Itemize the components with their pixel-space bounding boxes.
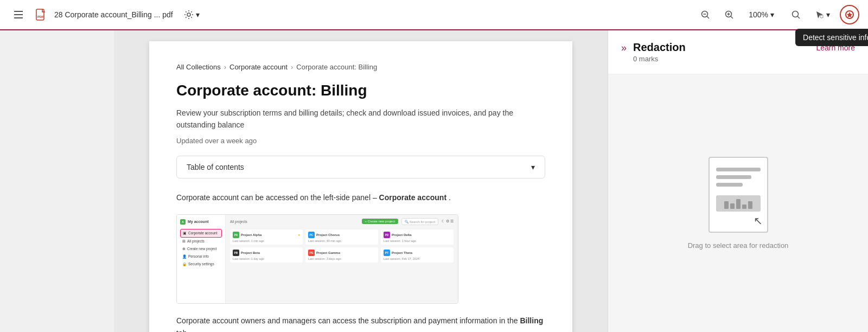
toolbar-left: PDF 28 Corporate account_Billing ... pdf…: [9, 5, 689, 24]
cursor-tool-button[interactable]: ▾: [810, 7, 835, 22]
body-text-1-suffix: .: [449, 193, 451, 202]
doc-line: [716, 183, 743, 187]
zoom-dropdown-arrow: ▾: [770, 10, 774, 19]
doc-chart-bars: [724, 198, 752, 209]
toolbar-right: ▾ Detect sensitive information: [786, 5, 859, 24]
list-item: PTProject Theta Last session: Feb 17, 20…: [381, 247, 454, 263]
list-item: PBProject Beta Last session: 1 day ago: [230, 247, 303, 263]
detect-sensitive-tooltip: Detect sensitive information: [795, 29, 868, 46]
ss-menu-security: 🔒Security settings: [180, 260, 222, 268]
drag-to-select-label: Drag to select area for redaction: [688, 241, 789, 250]
svg-line-12: [731, 16, 733, 18]
ss-menu-all-projects: ⊞All projects: [180, 238, 222, 245]
ss-avatar: A: [180, 219, 186, 225]
body-text-1-prefix: Corporate account can be accessed on the…: [176, 193, 377, 202]
svg-text:PDF: PDF: [37, 15, 44, 18]
body-text-2: Corporate account owners and managers ca…: [176, 315, 545, 332]
breadcrumb-current: Corporate account: Billing: [296, 63, 377, 71]
main-layout: All Collections › Corporate account › Co…: [0, 30, 868, 332]
right-panel-title-group: Redaction 0 marks: [633, 41, 686, 63]
file-name-label: 28 Corporate account_Billing ... pdf: [54, 10, 173, 19]
ss-menu-corporate-account: ▣Corporate account: [180, 229, 222, 238]
breadcrumb-sep-1: ›: [224, 63, 226, 71]
collapse-panel-icon[interactable]: »: [621, 42, 627, 54]
toc-label: Table of contents: [187, 163, 244, 171]
right-panel-title: Redaction: [633, 41, 686, 54]
doc-lines: [710, 158, 767, 193]
ss-projects-grid: PAProject Alpha● Last session: 1 min ago…: [230, 229, 454, 263]
ss-top-bar: All projects + Create new project 🔍 Sear…: [230, 218, 454, 225]
list-item: PGProject Gamma Last session: 3 days ago: [305, 247, 378, 263]
doc-chart: [716, 195, 761, 212]
cursor-dropdown-arrow: ▾: [826, 10, 830, 19]
svg-point-13: [793, 11, 799, 17]
body-text-1-bold: Corporate account: [379, 193, 446, 202]
toc-chevron-down-icon: ▾: [531, 163, 535, 171]
list-item: PAProject Alpha● Last session: 1 min ago: [230, 229, 303, 245]
zoom-level-value: 100%: [749, 10, 768, 19]
table-of-contents[interactable]: Table of contents ▾: [176, 156, 545, 178]
cursor-icon: ↖: [754, 214, 763, 227]
svg-rect-0: [14, 11, 23, 12]
chart-bar: [730, 203, 735, 209]
doc-line: [716, 168, 761, 171]
chart-bar: [742, 205, 746, 209]
list-item: PCProject Chorus Last session: 40 min ag…: [305, 229, 378, 245]
ss-all-projects-label: All projects: [230, 220, 247, 224]
toolbar: PDF 28 Corporate account_Billing ... pdf…: [0, 0, 868, 30]
zoom-level-selector[interactable]: 100% ▾: [743, 7, 780, 22]
toolbar-center: 100% ▾: [695, 5, 780, 24]
article-description: Review your subscription terms and billi…: [176, 107, 545, 131]
body-text-1: Corporate account can be accessed on the…: [176, 191, 545, 205]
settings-button[interactable]: ▾: [178, 7, 205, 23]
article-title: Corporate account: Billing: [176, 82, 545, 99]
detect-sensitive-button[interactable]: [840, 5, 859, 24]
right-panel: » Redaction 0 marks Learn more: [608, 30, 868, 332]
document-illustration: ↖: [709, 157, 768, 233]
breadcrumb-all-collections[interactable]: All Collections: [176, 63, 221, 71]
svg-rect-15: [820, 15, 823, 18]
body-text-2-prefix: Corporate account owners and managers ca…: [176, 316, 518, 325]
pdf-page: All Collections › Corporate account › Co…: [149, 41, 572, 332]
body-text-2-suffix: tab.: [176, 329, 189, 332]
pdf-file-icon: PDF: [34, 7, 49, 22]
settings-dropdown-arrow: ▾: [196, 10, 200, 19]
ss-sidebar-header: A My account: [180, 219, 222, 225]
right-panel-title-area: » Redaction 0 marks: [621, 41, 686, 63]
zoom-out-button[interactable]: [695, 5, 715, 24]
chart-bar: [736, 199, 741, 209]
article-updated: Updated over a week ago: [176, 137, 545, 145]
redaction-illustration: ↖ Drag to select area for redaction: [608, 74, 868, 332]
ss-menu-personal-info: 👤Personal info: [180, 253, 222, 260]
left-sidebar: [0, 30, 114, 332]
svg-rect-1: [14, 14, 23, 15]
right-panel-subtitle: 0 marks: [633, 55, 686, 63]
breadcrumb-corporate-account[interactable]: Corporate account: [229, 63, 288, 71]
detect-sensitive-wrapper: Detect sensitive information: [840, 5, 859, 24]
search-button[interactable]: [786, 5, 806, 24]
zoom-in-button[interactable]: [719, 5, 739, 24]
body-text-2-bold: Billing: [520, 316, 543, 325]
ss-sidebar: A My account ▣Corporate account ⊞All pro…: [177, 215, 226, 303]
ss-menu-create-project: ⊕Create new project: [180, 245, 222, 253]
svg-rect-3: [36, 9, 44, 20]
doc-line: [716, 175, 752, 179]
screenshot-illustration: A My account ▣Corporate account ⊞All pro…: [176, 214, 458, 304]
chart-bar: [748, 201, 752, 209]
ss-icons: ☾ ⚙ ☰: [442, 219, 454, 224]
breadcrumb-sep-2: ›: [291, 63, 293, 71]
ss-search-bar: 🔍 Search for project: [401, 218, 438, 225]
svg-rect-2: [14, 17, 23, 18]
ss-main: All projects + Create new project 🔍 Sear…: [226, 215, 458, 303]
svg-point-5: [187, 13, 190, 16]
sidebar-toggle-button[interactable]: [9, 5, 28, 24]
ss-create-btn: + Create new project: [362, 219, 399, 224]
ss-my-account: My account: [188, 220, 209, 224]
svg-line-8: [707, 16, 709, 18]
svg-line-14: [797, 16, 800, 18]
chart-bar: [724, 201, 729, 209]
pdf-content-area[interactable]: All Collections › Corporate account › Co…: [114, 30, 608, 332]
breadcrumb: All Collections › Corporate account › Co…: [176, 63, 545, 71]
list-item: PDProject Delta Last session: 1 hour ago: [381, 229, 454, 245]
